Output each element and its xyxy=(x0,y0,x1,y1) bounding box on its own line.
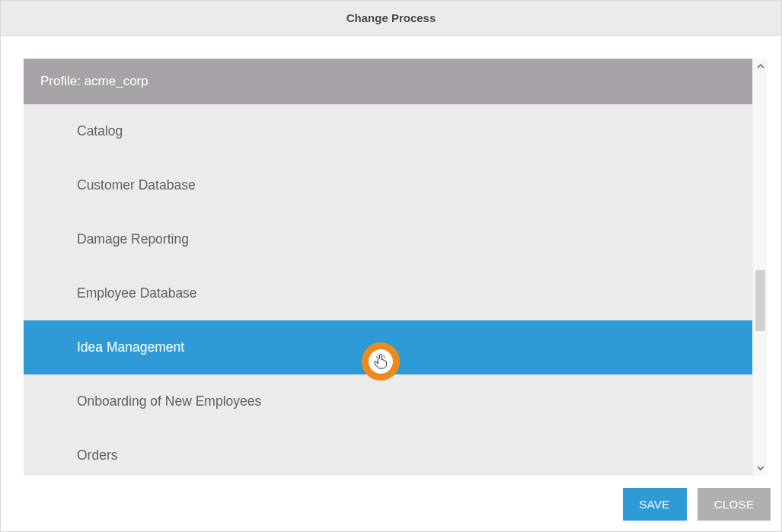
list-item[interactable]: Employee Database xyxy=(24,266,752,320)
profile-header: Profile: acme_corp xyxy=(24,59,752,104)
scroll-area: Profile: acme_corp CatalogCustomer Datab… xyxy=(24,59,768,476)
process-list: Profile: acme_corp CatalogCustomer Datab… xyxy=(24,59,752,476)
dialog-title: Change Process xyxy=(1,1,781,36)
list-item[interactable]: Damage Reporting xyxy=(24,212,752,266)
dialog-body: Profile: acme_corp CatalogCustomer Datab… xyxy=(1,36,781,482)
scroll-up-arrow-icon[interactable] xyxy=(753,59,768,74)
list-item[interactable]: Idea Management xyxy=(24,320,752,374)
scroll-thumb[interactable] xyxy=(755,270,765,331)
list-item[interactable]: Onboarding of New Employees xyxy=(24,374,752,428)
list-item[interactable]: Catalog xyxy=(24,104,752,158)
save-button[interactable]: SAVE xyxy=(623,488,687,521)
close-button[interactable]: CLOSE xyxy=(697,488,771,521)
list-item[interactable]: Orders xyxy=(24,428,752,483)
list-items: CatalogCustomer DatabaseDamage Reporting… xyxy=(24,104,752,483)
change-process-dialog: Change Process Profile: acme_corp Catalo… xyxy=(0,0,782,532)
dialog-footer: SAVE CLOSE xyxy=(1,482,781,531)
scroll-track[interactable] xyxy=(753,74,768,460)
scroll-down-arrow-icon[interactable] xyxy=(753,460,768,476)
vertical-scrollbar[interactable] xyxy=(752,59,768,476)
list-item[interactable]: Customer Database xyxy=(24,158,752,212)
